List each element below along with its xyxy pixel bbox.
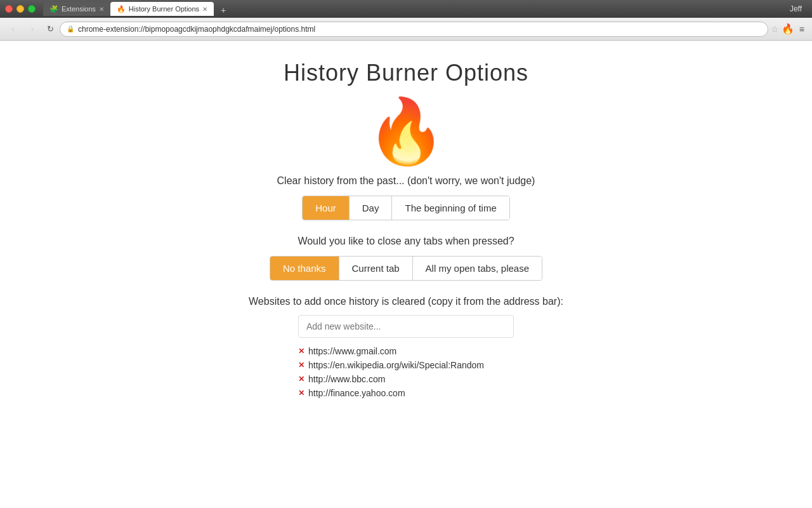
day-option-button[interactable]: Day <box>350 196 393 220</box>
page-title: History Burner Options <box>284 60 528 86</box>
remove-icon[interactable]: ✕ <box>298 375 304 384</box>
menu-icon[interactable]: ≡ <box>797 24 807 34</box>
all-tabs-button[interactable]: All my open tabs, please <box>413 257 542 280</box>
tab-history-burner-options[interactable]: 🔥 History Burner Options ✕ <box>110 2 214 16</box>
lock-icon: 🔒 <box>67 25 74 32</box>
remove-icon[interactable]: ✕ <box>298 361 304 370</box>
website-list: ✕ https://www.gmail.com ✕ https://en.wik… <box>298 344 514 400</box>
list-item: ✕ https://en.wikipedia.org/wiki/Special:… <box>298 358 514 372</box>
flame-icon-large: 🔥 <box>367 99 446 163</box>
list-item: ✕ http://finance.yahoo.com <box>298 386 514 400</box>
back-button[interactable]: ‹ <box>5 22 22 36</box>
address-text: chrome-extension://bipmopoagcdkijmaophdg… <box>78 25 761 34</box>
beginning-of-time-option-button[interactable]: The beginning of time <box>392 196 509 220</box>
reload-button[interactable]: ↻ <box>43 22 57 36</box>
tabs-section-label: Would you like to close any tabs when pr… <box>298 236 514 247</box>
bookmark-star-icon[interactable]: ☆ <box>771 24 779 34</box>
history-section-label: Clear history from the past... (don't wo… <box>277 175 535 187</box>
extensions-tab-favicon: 🧩 <box>49 5 58 13</box>
tabs-bar: 🧩 Extensions ✕ 🔥 History Burner Options … <box>43 2 785 16</box>
remove-icon[interactable]: ✕ <box>298 347 304 356</box>
history-tab-close[interactable]: ✕ <box>202 6 207 13</box>
extensions-tab-label: Extensions <box>62 5 96 13</box>
history-options-group: Hour Day The beginning of time <box>302 196 509 220</box>
browser-window: 🧩 Extensions ✕ 🔥 History Burner Options … <box>0 0 812 508</box>
website-url: https://en.wikipedia.org/wiki/Special:Ra… <box>308 360 484 370</box>
history-tab-favicon: 🔥 <box>117 5 126 13</box>
website-url: http://finance.yahoo.com <box>308 388 405 398</box>
tab-extensions[interactable]: 🧩 Extensions ✕ <box>43 2 110 16</box>
history-tab-label: History Burner Options <box>129 5 199 13</box>
website-url: http://www.bbc.com <box>308 374 385 384</box>
websites-section-label: Websites to add once history is cleared … <box>249 296 563 307</box>
extensions-tab-close[interactable]: ✕ <box>99 6 104 13</box>
flame-toolbar-icon[interactable]: 🔥 <box>782 23 794 35</box>
toolbar: ‹ › ↻ 🔒 chrome-extension://bipmopoagcdki… <box>0 18 812 41</box>
list-item: ✕ https://www.gmail.com <box>298 344 514 358</box>
title-bar: 🧩 Extensions ✕ 🔥 History Burner Options … <box>0 0 812 18</box>
maximize-button[interactable] <box>28 5 36 13</box>
close-button[interactable] <box>5 5 13 13</box>
forward-button[interactable]: › <box>24 22 41 36</box>
user-label: Jeff <box>785 3 807 15</box>
list-item: ✕ http://www.bbc.com <box>298 372 514 386</box>
new-tab-button[interactable]: + <box>216 4 230 16</box>
address-bar[interactable]: 🔒 chrome-extension://bipmopoagcdkijmaoph… <box>60 22 768 37</box>
add-website-input[interactable] <box>298 315 514 338</box>
remove-icon[interactable]: ✕ <box>298 389 304 398</box>
current-tab-button[interactable]: Current tab <box>339 257 413 280</box>
hour-option-button[interactable]: Hour <box>303 196 350 220</box>
traffic-lights <box>5 5 36 13</box>
page-content: History Burner Options 🔥 Clear history f… <box>0 41 812 508</box>
website-url: https://www.gmail.com <box>308 346 396 356</box>
no-thanks-button[interactable]: No thanks <box>270 257 339 280</box>
minimize-button[interactable] <box>16 5 24 13</box>
tabs-options-group: No thanks Current tab All my open tabs, … <box>270 256 542 281</box>
